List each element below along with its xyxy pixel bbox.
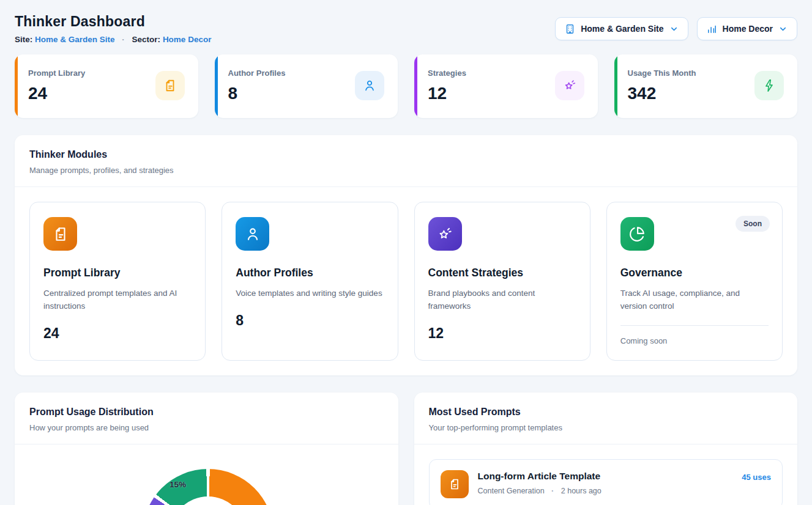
divider (620, 325, 769, 326)
stat-value: 12 (428, 84, 466, 103)
chevron-down-icon (778, 24, 788, 34)
module-card-governance[interactable]: Soon Governance Track AI usage, complian… (606, 202, 783, 361)
stats-row: Prompt Library 24 Author Profiles 8 Stra… (15, 54, 797, 118)
module-count: 24 (43, 325, 192, 342)
module-title: Governance (620, 267, 769, 279)
bottom-row: Prompt Usage Distribution How your promp… (15, 393, 797, 505)
stat-label: Prompt Library (28, 66, 85, 78)
bar-chart-icon (707, 24, 717, 34)
most-used-prompts-panel: Most Used Prompts Your top-performing pr… (414, 393, 798, 505)
sector-selector-label: Home Decor (723, 24, 773, 34)
prompt-title: Long-form Article Template (478, 471, 733, 482)
sparkle-star-icon (555, 71, 584, 100)
stat-card-usage[interactable]: Usage This Month 342 (614, 54, 798, 118)
module-card-content-strategies[interactable]: Content Strategies Brand playbooks and c… (414, 202, 590, 361)
usage-panel-subtitle: How your prompts are being used (29, 423, 384, 432)
document-icon (155, 71, 185, 100)
module-count: 12 (428, 325, 576, 342)
stat-label: Usage This Month (628, 66, 696, 78)
prompt-list-item[interactable]: Long-form Article Template Content Gener… (429, 459, 783, 505)
stat-label: Strategies (428, 66, 466, 78)
separator-dot: · (551, 487, 554, 495)
chevron-down-icon (669, 24, 679, 34)
person-icon (236, 217, 269, 251)
page-header: Thinker Dashboard Site: Home & Garden Si… (15, 13, 797, 44)
site-selector-label: Home & Garden Site (581, 24, 663, 34)
modules-panel-subtitle: Manage prompts, profiles, and strategies (29, 166, 783, 175)
site-link[interactable]: Home & Garden Site (35, 35, 115, 44)
prompt-category: Content Generation (478, 487, 545, 495)
module-description: Brand playbooks and content frameworks (428, 287, 576, 313)
stat-card-author-profiles[interactable]: Author Profiles 8 (215, 54, 398, 118)
stat-card-prompt-library[interactable]: Prompt Library 24 (15, 54, 198, 118)
module-title: Content Strategies (428, 267, 576, 279)
sector-link[interactable]: Home Decor (163, 35, 212, 44)
usage-panel-title: Prompt Usage Distribution (29, 407, 384, 418)
module-description: Track AI usage, compliance, and version … (620, 287, 769, 313)
module-card-author-profiles[interactable]: Author Profiles Voice templates and writ… (222, 202, 398, 361)
modules-panel-title: Thinker Modules (29, 149, 783, 160)
stat-label: Author Profiles (228, 66, 286, 78)
donut-chart-area: 15% (15, 444, 398, 505)
modules-panel: Thinker Modules Manage prompts, profiles… (15, 135, 797, 375)
donut-segment-label: 15% (169, 480, 186, 489)
module-description: Centralized prompt templates and AI inst… (43, 287, 192, 313)
module-title: Author Profiles (236, 267, 384, 279)
site-selector-dropdown[interactable]: Home & Garden Site (555, 17, 688, 40)
usage-distribution-panel: Prompt Usage Distribution How your promp… (15, 393, 398, 505)
prompts-panel-header: Most Used Prompts Your top-performing pr… (414, 393, 798, 444)
stat-card-strategies[interactable]: Strategies 12 (414, 54, 598, 118)
lightning-icon (754, 71, 784, 100)
module-title: Prompt Library (43, 267, 192, 279)
module-count: 8 (236, 312, 384, 329)
modules-panel-header: Thinker Modules Manage prompts, profiles… (15, 135, 797, 187)
sector-selector-dropdown[interactable]: Home Decor (697, 17, 797, 40)
prompt-uses-count: 45 uses (742, 470, 771, 482)
prompt-list: Long-form Article Template Content Gener… (414, 444, 798, 505)
prompts-panel-title: Most Used Prompts (429, 407, 783, 418)
coming-soon-text: Coming soon (620, 336, 769, 345)
site-label: Site: (15, 35, 32, 44)
sector-label: Sector: (132, 35, 161, 44)
soon-badge: Soon (736, 216, 770, 232)
donut-chart[interactable]: 15% (143, 469, 274, 505)
modules-grid: Prompt Library Centralized prompt templa… (15, 187, 797, 375)
building-icon (565, 24, 575, 34)
stat-value: 342 (628, 84, 696, 103)
page-title: Thinker Dashboard (15, 13, 211, 30)
header-left: Thinker Dashboard Site: Home & Garden Si… (15, 13, 211, 44)
separator-dot: · (122, 35, 125, 44)
header-selectors: Home & Garden Site Home Decor (555, 17, 797, 40)
document-icon (441, 470, 469, 498)
stat-value: 24 (28, 84, 85, 103)
donut-hole (170, 496, 246, 505)
dashboard-page: Thinker Dashboard Site: Home & Garden Si… (0, 0, 812, 505)
stat-value: 8 (228, 84, 286, 103)
prompts-panel-subtitle: Your top-performing prompt templates (429, 423, 783, 432)
module-card-prompt-library[interactable]: Prompt Library Centralized prompt templa… (29, 202, 206, 361)
usage-panel-header: Prompt Usage Distribution How your promp… (15, 393, 398, 444)
prompt-meta: Content Generation · 2 hours ago (478, 487, 733, 495)
pie-chart-icon (620, 217, 654, 251)
document-icon (43, 217, 77, 251)
module-description: Voice templates and writing style guides (236, 287, 384, 300)
person-icon (355, 71, 384, 100)
sparkle-star-icon (428, 217, 462, 251)
prompt-time: 2 hours ago (561, 487, 602, 495)
breadcrumb: Site: Home & Garden Site · Sector: Home … (15, 35, 211, 44)
